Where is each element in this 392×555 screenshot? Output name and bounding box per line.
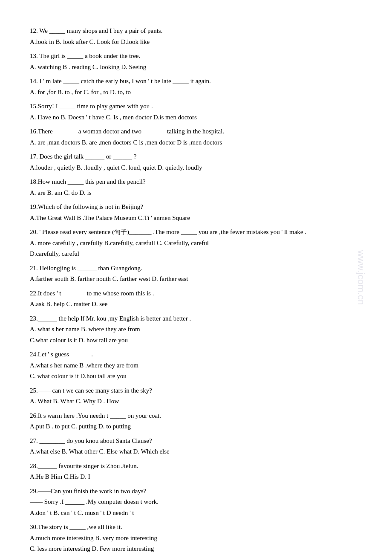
question-text: 19.Which of the following is not in Beij… [30,202,362,213]
question-options: A. Have no B. Doesn ' t have C. Is , men… [30,112,362,123]
question-text: 27. ________ do you knou about Santa Cla… [30,436,362,447]
question-item: 26.It s warm here .You needn t _____ on … [30,410,362,432]
question-text: 26.It s warm here .You needn t _____ on … [30,410,362,422]
question-text: 24.Let ' s guess ______ . [30,349,362,360]
question-item: 23.______ the help lf Mr. kou ,my Englis… [30,313,362,346]
question-item: 25.—— can t we can see many stars in the… [30,385,362,407]
question-options: A.He B Him C.His D. I [30,471,362,483]
question-options: A.look in B. look after C. Look for D.lo… [30,37,362,48]
question-options: A.what s her name B .where they are from [30,360,362,371]
question-options: A.louder , quietly B. .loudly , quiet C.… [30,162,362,173]
question-item: 12. We _____ many shops and I buy a pair… [30,26,362,47]
question-text: 30.The story is _____ ,we all like it. [30,522,362,533]
question-item: 16.There _______ a woman doctor and two … [30,126,362,148]
question-item: 21. Heilongjing is ______ than Guangdong… [30,263,362,285]
question-item: 24.Let ' s guess ______ .A.what s her na… [30,349,362,382]
question-text: 16.There _______ a woman doctor and two … [30,126,362,137]
question-text: 23.______ the help lf Mr. kou ,my Englis… [30,313,362,324]
question-options: A.much more interesting B. very more int… [30,533,362,544]
question-text: 17. Does the girl talk ______ or ______ … [30,151,362,162]
question-text: 22.It does ' t _______ to me whose room … [30,288,362,299]
question-options: A. watching B . reading C. looking D. Se… [30,62,362,73]
question-options: C. what colour is it D.hou tall are you [30,371,362,382]
question-item: 18.How much _____ this pen and the penci… [30,176,362,198]
question-options: A. are ,man doctors B. are ,men doctors … [30,137,362,148]
question-options: A. what s her name B. where they are fro… [30,324,362,335]
question-text: 14. I ' m late _____ catch the early bus… [30,76,362,87]
question-options: C. less more interesting D. Few more int… [30,543,362,555]
question-text: 20. ' Please read every sentence (句子)___… [30,227,362,238]
question-options: A.put B . to put C. putting D. to puttin… [30,421,362,432]
question-text: 25.—— can t we can see many stars in the… [30,385,362,396]
question-text: 12. We _____ many shops and I buy a pair… [30,26,362,37]
question-options: C.what colour is it D. how tall are you [30,335,362,346]
question-item: 15.Sorry! I _____ time to play games wit… [30,101,362,123]
question-item: 30.The story is _____ ,we all like it.A.… [30,522,362,555]
question-item: 20. ' Please read every sentence (句子)___… [30,227,362,260]
questions-list: 12. We _____ many shops and I buy a pair… [30,26,362,555]
question-options: A.ask B. help C. matter D. see [30,299,362,310]
question-options: A. more carefully , carefully B.carefull… [30,238,362,249]
question-options: A. What B. What C. Why D . How [30,396,362,407]
question-text: 29.——Can you finish the work in two days… [30,486,362,497]
question-item: 13. The girl is _____ a book under the t… [30,51,362,72]
question-options: A.farther south B. farther nouth C. fart… [30,274,362,285]
question-item: 22.It does ' t _______ to me whose room … [30,288,362,310]
question-text: 28.______ favourite singer is Zhou Jielu… [30,461,362,472]
question-options: A. are B. am C. do D. is [30,188,362,199]
question-options: A. for ,for B. to , for C. for , to D. t… [30,87,362,98]
question-options: A.don ' t B. can ' t C. musn ' t D needn… [30,508,362,519]
question-options: D.carefully, careful [30,249,362,260]
question-text: —— Sorry .I ______ .My computer doesn t … [30,497,362,508]
question-options: A.what else B. What other C. Else what D… [30,446,362,457]
question-item: 27. ________ do you knou about Santa Cla… [30,436,362,457]
question-item: 29.——Can you finish the work in two days… [30,486,362,519]
question-item: 28.______ favourite singer is Zhou Jielu… [30,461,362,483]
question-options: A.The Great Wall B .The Palace Museum C.… [30,213,362,224]
question-item: 19.Which of the following is not in Beij… [30,202,362,223]
question-text: 13. The girl is _____ a book under the t… [30,51,362,62]
question-text: 21. Heilongjing is ______ than Guangdong… [30,263,362,274]
question-text: 18.How much _____ this pen and the penci… [30,176,362,188]
question-text: 15.Sorry! I _____ time to play games wit… [30,101,362,112]
question-item: 17. Does the girl talk ______ or ______ … [30,151,362,173]
question-item: 14. I ' m late _____ catch the early bus… [30,76,362,98]
exam-content: 12. We _____ many shops and I buy a pair… [30,26,362,555]
